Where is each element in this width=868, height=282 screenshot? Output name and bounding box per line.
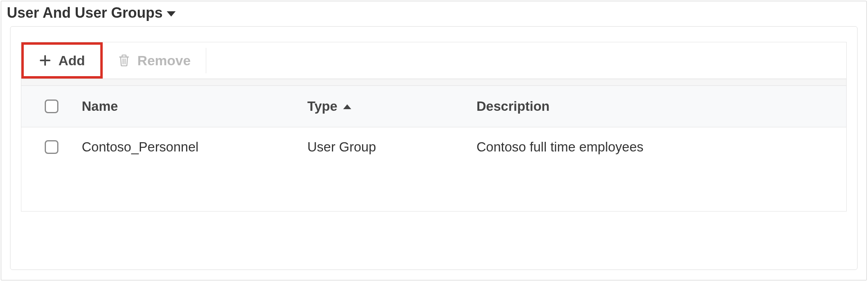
remove-button-label: Remove <box>137 53 191 68</box>
column-header-type[interactable]: Type <box>307 99 476 114</box>
table-row[interactable]: Contoso_Personnel User Group Contoso ful… <box>21 127 846 167</box>
column-header-description[interactable]: Description <box>476 99 846 114</box>
column-header-name[interactable]: Name <box>82 99 307 114</box>
select-all-checkbox[interactable] <box>45 100 58 113</box>
add-button[interactable]: Add <box>21 42 103 79</box>
user-groups-table: Name Type Description Contoso_Personnel … <box>21 79 847 212</box>
inner-panel: Add Remove <box>10 26 858 270</box>
plus-icon <box>39 54 51 66</box>
panel-title: User And User Groups <box>7 4 163 21</box>
row-checkbox[interactable] <box>45 140 58 154</box>
panel-header[interactable]: User And User Groups <box>1 1 866 26</box>
table-empty-space <box>21 167 846 211</box>
table-header-row: Name Type Description <box>21 85 846 127</box>
column-header-type-label: Type <box>307 99 338 114</box>
trash-icon <box>118 54 130 67</box>
remove-button[interactable]: Remove <box>103 42 206 79</box>
header-checkbox-cell <box>21 100 82 113</box>
row-description: Contoso full time employees <box>476 139 846 155</box>
sort-ascending-icon <box>343 104 351 109</box>
toolbar: Add Remove <box>21 42 847 79</box>
user-and-groups-panel: User And User Groups Add <box>1 1 867 280</box>
row-checkbox-cell <box>21 140 82 154</box>
table-filler <box>21 79 846 85</box>
row-name: Contoso_Personnel <box>82 139 307 155</box>
add-button-label: Add <box>58 53 85 68</box>
toolbar-separator <box>206 48 206 73</box>
chevron-down-icon <box>167 11 176 17</box>
row-type: User Group <box>307 139 476 155</box>
